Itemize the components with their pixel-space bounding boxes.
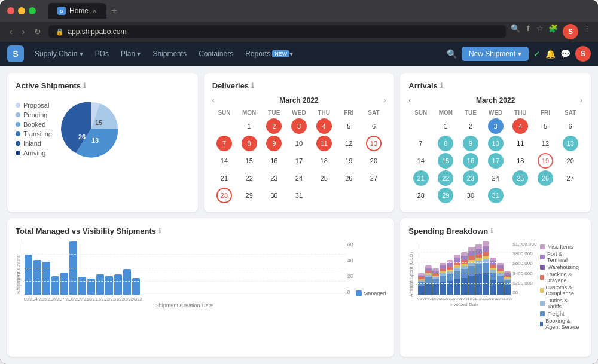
arrivals-info-icon[interactable]: ℹ <box>440 82 443 90</box>
tab-close-icon[interactable]: ✕ <box>92 8 97 14</box>
cal-day[interactable]: 8 <box>242 136 257 151</box>
cal-prev-btn[interactable]: ‹ <box>212 96 215 105</box>
cal-day[interactable]: 27 <box>366 170 382 186</box>
chat-icon[interactable]: 💬 <box>560 49 570 59</box>
cal-day[interactable]: 9 <box>266 136 282 151</box>
cal-day[interactable]: 17 <box>488 153 504 169</box>
nav-shipments[interactable]: Shipments <box>147 42 193 66</box>
cal-next-btn[interactable]: › <box>383 96 386 105</box>
cal-day[interactable]: 5 <box>341 118 356 134</box>
extensions-icon[interactable]: 🧩 <box>548 24 558 39</box>
cal-day[interactable]: 21 <box>413 170 429 186</box>
cal-day[interactable]: 1 <box>242 118 257 134</box>
nav-pos[interactable]: POs <box>89 42 115 66</box>
cal-day[interactable]: 15 <box>242 153 257 169</box>
nav-plan[interactable]: Plan ▾ <box>115 42 147 66</box>
nav-reports[interactable]: Reports NEW ▾ <box>239 42 299 66</box>
cal-day[interactable]: 27 <box>563 170 578 186</box>
cal-day[interactable]: 22 <box>242 170 257 186</box>
maximize-button[interactable] <box>29 7 36 14</box>
close-button[interactable] <box>7 7 14 14</box>
url-bar[interactable]: 🔒 app.shippabo.com <box>48 25 506 38</box>
cal-day[interactable]: 30 <box>266 188 282 203</box>
cal-day[interactable]: 4 <box>512 118 528 134</box>
forward-button[interactable]: › <box>20 26 28 38</box>
cal-day[interactable]: 22 <box>438 170 453 186</box>
cal-day[interactable]: 23 <box>463 170 478 186</box>
refresh-button[interactable]: ↻ <box>32 26 44 38</box>
cal-day[interactable]: 29 <box>242 188 257 203</box>
browser-avatar[interactable]: S <box>563 24 578 39</box>
new-shipment-button[interactable]: New Shipment ▾ <box>462 47 529 61</box>
cal-day[interactable]: 26 <box>538 170 553 186</box>
cal-day[interactable]: 2 <box>266 118 282 134</box>
cal-day[interactable]: 3 <box>291 118 307 134</box>
cal-day[interactable]: 4 <box>316 118 332 134</box>
cal-day[interactable]: 5 <box>538 118 553 134</box>
nav-search-icon[interactable]: 🔍 <box>447 49 457 59</box>
arrivals-cal-prev[interactable]: ‹ <box>408 96 411 105</box>
back-button[interactable]: ‹ <box>7 26 15 38</box>
spending-info-icon[interactable]: ℹ <box>490 227 493 235</box>
user-avatar[interactable]: S <box>575 46 591 62</box>
info-icon[interactable]: ℹ <box>83 82 86 90</box>
new-tab-button[interactable]: + <box>111 5 117 16</box>
cal-day[interactable]: 10 <box>488 136 504 151</box>
cal-day[interactable]: 16 <box>463 153 478 169</box>
cal-day[interactable]: 17 <box>291 153 307 169</box>
cal-day[interactable]: 6 <box>366 118 382 134</box>
cal-day[interactable]: 12 <box>538 136 553 151</box>
cal-day[interactable]: 6 <box>563 118 578 134</box>
cal-day[interactable]: 15 <box>438 153 453 169</box>
cal-day[interactable]: 7 <box>216 136 232 151</box>
bell-icon[interactable]: 🔔 <box>545 49 556 59</box>
browser-tab[interactable]: S Home ✕ <box>48 3 106 19</box>
cal-day[interactable]: 1 <box>438 118 453 134</box>
cal-day[interactable]: 30 <box>463 188 478 203</box>
cal-day[interactable]: 26 <box>341 170 356 186</box>
nav-containers[interactable]: Containers <box>193 42 239 66</box>
cal-day[interactable]: 13 <box>563 136 578 151</box>
cal-day[interactable]: 31 <box>488 188 504 203</box>
cal-day[interactable]: 29 <box>438 188 453 203</box>
managed-info-icon[interactable]: ℹ <box>158 227 161 235</box>
cal-day[interactable]: 2 <box>463 118 478 134</box>
cal-day[interactable]: 11 <box>512 136 528 151</box>
check-icon[interactable]: ✓ <box>533 49 541 59</box>
arrivals-cal-next[interactable]: › <box>580 96 582 105</box>
cal-day[interactable]: 9 <box>463 136 478 151</box>
cal-day[interactable]: 19 <box>538 153 553 169</box>
cal-day[interactable]: 20 <box>563 153 578 169</box>
cal-day[interactable]: 13 <box>366 136 382 151</box>
cal-day[interactable]: 18 <box>316 153 332 169</box>
cal-day[interactable]: 31 <box>291 188 307 203</box>
cal-day[interactable]: 20 <box>366 153 382 169</box>
cal-day[interactable]: 8 <box>438 136 453 151</box>
cal-day[interactable]: 28 <box>216 188 232 203</box>
cal-day[interactable]: 10 <box>291 136 307 151</box>
cal-day[interactable]: 11 <box>316 136 332 151</box>
cal-day[interactable]: 12 <box>341 136 356 151</box>
cal-day[interactable]: 18 <box>512 153 528 169</box>
cal-day[interactable]: 21 <box>216 170 232 186</box>
cal-day[interactable]: 24 <box>291 170 307 186</box>
search-icon[interactable]: 🔍 <box>511 24 520 39</box>
nav-supply-chain[interactable]: Supply Chain ▾ <box>29 42 89 66</box>
cal-day[interactable]: 28 <box>413 188 429 203</box>
cal-day[interactable]: 25 <box>316 170 332 186</box>
deliveries-info-icon[interactable]: ℹ <box>251 82 254 90</box>
menu-icon[interactable]: ⋮ <box>583 24 591 39</box>
cal-day[interactable]: 14 <box>413 153 429 169</box>
minimize-button[interactable] <box>18 7 25 14</box>
cal-day[interactable]: 24 <box>488 170 504 186</box>
bookmark-icon[interactable]: ☆ <box>536 24 544 39</box>
cal-day[interactable]: 25 <box>512 170 528 186</box>
cal-day[interactable]: 3 <box>488 118 504 134</box>
cal-day[interactable]: 19 <box>341 153 356 169</box>
cal-day[interactable]: 16 <box>266 153 282 169</box>
cal-day[interactable]: 23 <box>266 170 282 186</box>
cal-grid: SUN MON TUE WED THU FRI SAT 1 2 3 4 5 6 <box>212 108 386 204</box>
cal-day[interactable]: 7 <box>413 136 429 151</box>
cal-day[interactable]: 14 <box>216 153 232 169</box>
share-icon[interactable]: ⬆ <box>525 24 532 39</box>
